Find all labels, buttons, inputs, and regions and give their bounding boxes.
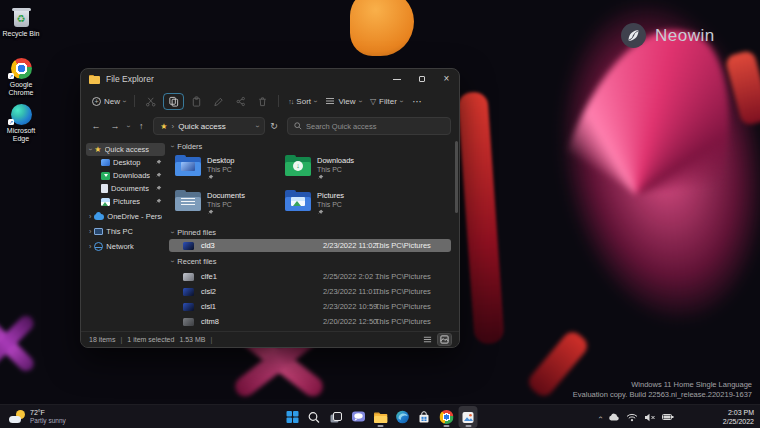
sidebar-item-onedrive[interactable]: › OneDrive - Personal xyxy=(86,210,165,223)
cut-button[interactable] xyxy=(141,94,160,109)
recent-locations-button[interactable]: › xyxy=(125,125,132,127)
details-view-button[interactable] xyxy=(421,334,434,345)
taskbar-photos-button[interactable] xyxy=(459,406,478,428)
battery-tray-button[interactable] xyxy=(662,412,674,422)
up-button[interactable]: ↑ xyxy=(134,121,148,131)
more-options-button[interactable]: ⋯ xyxy=(412,96,422,107)
address-dropdown-button[interactable]: › xyxy=(254,125,261,127)
sidebar-item-documents[interactable]: Documents xyxy=(86,182,165,195)
sidebar-item-network[interactable]: › Network xyxy=(86,240,165,253)
volume-muted-tray-button[interactable] xyxy=(644,413,656,422)
file-row-cld3-selected[interactable]: cld3 2/23/2022 11:02... This PC\Pictures xyxy=(169,239,451,252)
sidebar-item-this-pc[interactable]: › This PC xyxy=(86,225,165,238)
sidebar-item-downloads[interactable]: Downloads xyxy=(86,169,165,182)
minimize-icon xyxy=(393,79,401,80)
window-body: › ★ Quick access Desktop Downloads Docum… xyxy=(81,139,459,331)
hidden-icons-button[interactable]: › xyxy=(599,413,602,422)
file-path: This PC\Pictures xyxy=(375,302,431,311)
weather-widget[interactable]: 72°F Partly sunny xyxy=(6,407,69,427)
file-row-clfe1[interactable]: clfe1 2/25/2022 2:02 ... This PC\Picture… xyxy=(169,270,451,283)
onedrive-cloud-icon xyxy=(94,214,104,220)
file-row-clsl2[interactable]: clsl2 2/23/2022 11:01... This PC\Picture… xyxy=(169,285,451,298)
sort-button[interactable]: ↑↓ Sort › xyxy=(285,95,319,108)
sidebar-item-desktop[interactable]: Desktop xyxy=(86,156,165,169)
taskbar-chat-button[interactable] xyxy=(349,406,368,428)
window-titlebar[interactable]: File Explorer × xyxy=(81,69,459,89)
sidebar-item-label: This PC xyxy=(106,227,133,236)
search-input[interactable] xyxy=(306,122,444,131)
folder-tile-desktop[interactable]: Desktop This PC xyxy=(175,155,281,183)
selection-count: 1 item selected xyxy=(127,336,174,343)
folder-tile-documents[interactable]: Documents This PC xyxy=(175,190,281,218)
file-row-clsl1[interactable]: clsl1 2/23/2022 10:59... This PC\Picture… xyxy=(169,300,451,313)
rename-button[interactable] xyxy=(209,94,228,109)
section-header-folders[interactable]: › Folders xyxy=(171,142,202,151)
pin-icon xyxy=(207,174,214,181)
delete-button[interactable] xyxy=(253,94,272,109)
chevron-right-icon[interactable]: › xyxy=(89,213,91,220)
chevron-right-icon[interactable]: › xyxy=(89,228,91,235)
running-indicator xyxy=(465,425,471,427)
minimize-button[interactable] xyxy=(384,69,409,89)
filter-button[interactable]: ▽ Filter › xyxy=(367,95,405,108)
taskbar-chrome-button[interactable] xyxy=(437,406,456,428)
cut-icon xyxy=(145,96,156,107)
folder-location: This PC xyxy=(317,165,354,174)
downloads-mini-icon xyxy=(101,172,110,180)
view-icon xyxy=(325,96,335,106)
taskbar-edge-button[interactable] xyxy=(393,406,412,428)
shortcut-arrow-icon: ↗ xyxy=(8,73,14,79)
new-button[interactable]: + New › xyxy=(89,95,128,108)
vertical-scrollbar[interactable] xyxy=(455,141,458,213)
close-button[interactable]: × xyxy=(434,69,459,89)
taskbar-store-button[interactable] xyxy=(415,406,434,428)
view-button[interactable]: View › xyxy=(322,94,364,108)
taskbar-start-button[interactable] xyxy=(283,406,302,428)
chevron-down-icon[interactable]: › xyxy=(87,148,94,150)
command-bar: + New › ↑↓ xyxy=(81,89,459,113)
taskbar-clock[interactable]: 2:03 PM 2/25/2022 xyxy=(723,408,754,426)
sidebar-item-pictures[interactable]: Pictures xyxy=(86,195,165,208)
chevron-right-icon[interactable]: › xyxy=(89,243,91,250)
sidebar-item-quick-access[interactable]: › ★ Quick access xyxy=(86,143,165,156)
search-icon xyxy=(308,411,321,424)
section-header-pinned-files[interactable]: › Pinned files xyxy=(171,228,216,237)
image-thumbnail-icon xyxy=(183,303,194,311)
paste-button[interactable] xyxy=(187,94,206,109)
section-header-recent-files[interactable]: › Recent files xyxy=(171,257,217,266)
folder-tile-downloads[interactable]: ↓ Downloads This PC xyxy=(285,155,391,183)
photos-icon xyxy=(462,411,475,424)
system-tray: › xyxy=(599,405,674,428)
weather-temperature: 72°F xyxy=(30,409,66,417)
star-icon: ★ xyxy=(94,145,101,154)
back-button[interactable]: ← xyxy=(89,121,103,131)
thumbnail-view-button[interactable] xyxy=(438,334,451,345)
onedrive-tray-button[interactable] xyxy=(608,413,620,421)
search-box[interactable] xyxy=(287,117,451,135)
desktop-icon-google-chrome[interactable]: ↗ Google Chrome xyxy=(0,55,42,97)
new-label: New xyxy=(104,97,120,106)
taskbar-taskview-button[interactable] xyxy=(327,406,346,428)
forward-button[interactable]: → xyxy=(108,121,122,131)
desktop-icon-recycle-bin[interactable]: ♻ Recycle Bin xyxy=(0,4,42,38)
file-name: clsl2 xyxy=(201,287,216,296)
maximize-button[interactable] xyxy=(409,69,434,89)
refresh-button[interactable]: ↻ xyxy=(270,121,278,131)
taskbar-search-button[interactable] xyxy=(305,406,324,428)
file-name: clfe1 xyxy=(201,272,217,281)
file-modified-date: 2/25/2022 2:02 ... xyxy=(323,272,381,281)
taskbar-explorer-button[interactable] xyxy=(371,406,390,428)
chevron-right-icon: › xyxy=(172,122,175,131)
folder-tile-pictures[interactable]: Pictures This PC xyxy=(285,190,391,218)
address-bar[interactable]: ★ › Quick access › xyxy=(153,117,265,135)
sidebar-item-label: Pictures xyxy=(113,197,140,206)
desktop-mini-icon xyxy=(101,159,110,166)
desktop-icon-microsoft-edge[interactable]: ↗ Microsoft Edge xyxy=(0,101,42,143)
copy-button[interactable] xyxy=(163,93,184,110)
navigation-pane: › ★ Quick access Desktop Downloads Docum… xyxy=(81,139,167,331)
share-button[interactable] xyxy=(231,94,250,109)
sidebar-item-label: Desktop xyxy=(113,158,141,167)
wifi-tray-button[interactable] xyxy=(626,413,638,422)
file-modified-date: 2/23/2022 11:02... xyxy=(323,241,383,250)
file-row-cltm8[interactable]: cltm8 2/20/2022 12:50... This PC\Picture… xyxy=(169,315,451,328)
